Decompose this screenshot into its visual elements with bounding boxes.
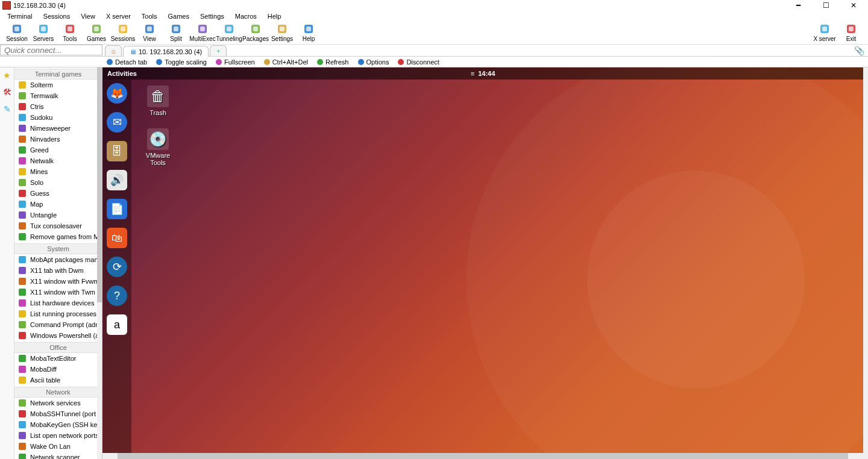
software-icon[interactable]: 🛍 [107, 228, 127, 248]
tree-item[interactable]: Map [14, 199, 102, 210]
trash-icon: 🗑 [147, 86, 169, 107]
activities-button[interactable]: Activities [107, 70, 137, 77]
tree-item[interactable]: Ctris [14, 101, 102, 112]
tree-item[interactable]: MobApt packages manager [14, 254, 102, 265]
tree-item[interactable]: Windows Powershell (admi [14, 330, 102, 341]
subbar-fullscreen[interactable]: Fullscreen [215, 58, 255, 66]
tree-item[interactable]: Network scanner [14, 452, 102, 459]
menu-tools[interactable]: Tools [137, 12, 162, 20]
menu-macros[interactable]: Macros [230, 12, 262, 20]
menu-sessions[interactable]: Sessions [39, 12, 75, 20]
toolbar-games[interactable]: Games [83, 23, 110, 42]
tree-item[interactable]: MobaTextEditor [14, 353, 102, 364]
tunneling-icon [223, 23, 235, 35]
tree-item[interactable]: Nimesweeper [14, 123, 102, 134]
tree-item[interactable]: Solo [14, 177, 102, 188]
minimize-button[interactable]: ━ [790, 1, 807, 10]
tree-item[interactable]: Ascii table [14, 375, 102, 386]
tree-item-icon [18, 135, 27, 143]
remote-hscroll[interactable] [102, 453, 863, 459]
help-icon[interactable]: ? [107, 286, 127, 306]
sidebar-tree[interactable]: Terminal gamesSoltermTermwalkCtrisSudoku… [14, 67, 102, 459]
tree-item[interactable]: X11 window with Fvwm [14, 276, 102, 287]
menu-view[interactable]: View [76, 12, 100, 20]
subbar-refresh[interactable]: Refresh [316, 58, 349, 66]
tab-new[interactable]: ＋ [210, 45, 227, 56]
subbar-disconnect[interactable]: Disconnect [397, 58, 439, 66]
tab-session-active[interactable]: 🖥 10. 192.168.20.30 (4) [123, 46, 209, 57]
menu-settings[interactable]: Settings [195, 12, 229, 20]
toolbar-x-server[interactable]: X server [811, 23, 838, 42]
thunderbird-icon[interactable]: ✉ [107, 112, 127, 133]
files-icon[interactable]: 🗄 [107, 141, 127, 161]
menu-help[interactable]: Help [263, 12, 286, 20]
ubuntu-desktop[interactable]: Activities ≡ 14:44 🦊✉🗄🔊📄🛍⟳?a 🗑Trash💿VMwa… [102, 67, 863, 453]
subbar-label: Toggle scaling [165, 58, 207, 66]
toolbar-multiexec[interactable]: MultiExec [189, 23, 216, 42]
tree-item[interactable]: Termwalk [14, 90, 102, 101]
subbar-options[interactable]: Options [357, 58, 389, 66]
svg-rect-63 [19, 421, 26, 428]
tree-item[interactable]: X11 tab with Dwm [14, 265, 102, 276]
tree-item[interactable]: Wake On Lan [14, 441, 102, 452]
toolbar-settings[interactable]: Settings [269, 23, 295, 42]
maximize-button[interactable]: ☐ [817, 1, 834, 10]
toolbar-tunneling[interactable]: Tunneling [216, 23, 242, 42]
tree-item[interactable]: Untangle [14, 210, 102, 220]
tree-item[interactable]: Remove games from MobaX [14, 231, 102, 242]
rail-tools-icon[interactable]: 🛠 [2, 87, 13, 98]
tree-item[interactable]: Greed [14, 145, 102, 155]
svg-point-34 [398, 59, 404, 65]
writer-icon[interactable]: 📄 [107, 199, 127, 219]
tree-item[interactable]: MobaSSHTunnel (port forw [14, 408, 102, 419]
close-button[interactable]: ✕ [845, 1, 862, 10]
tree-item[interactable]: X11 window with Twm [14, 287, 102, 298]
toolbar-help[interactable]: Help [295, 23, 322, 42]
tree-item[interactable]: List open network ports [14, 430, 102, 441]
subbar-toggle-scaling[interactable]: Toggle scaling [156, 58, 207, 66]
tree-item[interactable]: Command Prompt (admin) [14, 319, 102, 330]
menu-games[interactable]: Games [163, 12, 194, 20]
updater-icon[interactable]: ⟳ [107, 257, 127, 277]
toolbar-servers[interactable]: Servers [30, 23, 57, 42]
tree-item[interactable]: Guess [14, 188, 102, 199]
menu-x-server[interactable]: X server [101, 12, 136, 20]
subbar-ctrl-alt-del[interactable]: Ctrl+Alt+Del [263, 58, 308, 66]
toolbar-tools[interactable]: Tools [57, 23, 83, 42]
firefox-icon[interactable]: 🦊 [107, 83, 127, 104]
tree-item[interactable]: Netwalk [14, 155, 102, 166]
tree-item[interactable]: Tux consolesaver [14, 220, 102, 231]
tree-item[interactable]: Ninvaders [14, 134, 102, 145]
toolbar-split[interactable]: Split [163, 23, 189, 42]
toolbar-view[interactable]: View [136, 23, 163, 42]
desktop-icon-trash[interactable]: 🗑Trash [139, 86, 177, 116]
ubuntu-clock-area[interactable]: ≡ 14:44 [471, 70, 495, 77]
rail-macros-icon[interactable]: ✎ [2, 104, 13, 114]
subbar-detach-tab[interactable]: Detach tab [106, 58, 147, 66]
desktop-icon-vmware-tools[interactable]: 💿VMware Tools [139, 128, 177, 166]
tab-home[interactable]: ⌂ [105, 45, 122, 56]
rhythmbox-icon[interactable]: 🔊 [107, 170, 127, 190]
tree-item[interactable]: List hardware devices [14, 298, 102, 308]
tree-item[interactable]: MobaDiff [14, 364, 102, 375]
menu-terminal[interactable]: Terminal [2, 12, 37, 20]
toolbar-sessions[interactable]: Sessions [110, 23, 136, 42]
tree-item-label: MobaKeyGen (SSH key gen [30, 421, 102, 428]
toolbar-session[interactable]: Session [4, 23, 30, 42]
toolbar-exit[interactable]: Exit [838, 23, 864, 42]
tree-item[interactable]: Sudoku [14, 112, 102, 123]
tree-item[interactable]: Solterm [14, 80, 102, 90]
tree-item[interactable]: Network services [14, 398, 102, 408]
desktop-icon-label: VMware Tools [139, 152, 177, 166]
svg-point-28 [107, 59, 113, 65]
tree-item[interactable]: MobaKeyGen (SSH key gen [14, 419, 102, 430]
tree-item[interactable]: Mines [14, 166, 102, 177]
toolbar-label: Exit [846, 36, 857, 42]
attach-icon[interactable]: 📎 [854, 45, 864, 56]
tree-item[interactable]: List running processes [14, 308, 102, 319]
quick-connect-input[interactable] [0, 45, 102, 55]
amazon-icon[interactable]: a [107, 314, 127, 335]
tree-scrollbar[interactable] [97, 67, 102, 459]
rail-star-icon[interactable]: ★ [2, 70, 13, 81]
toolbar-packages[interactable]: Packages [242, 23, 269, 42]
